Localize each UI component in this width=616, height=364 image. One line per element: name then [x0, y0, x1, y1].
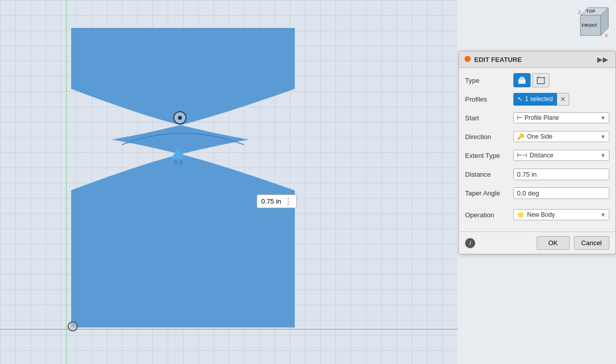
extent-type-label: Extent Type — [465, 152, 513, 159]
direction-row: Direction 🔑 One Side ▼ — [465, 129, 609, 144]
arrow-indicator: 0↑5 — [171, 147, 186, 166]
svg-marker-9 — [518, 77, 526, 80]
distance-label: Distance — [465, 171, 513, 178]
extent-type-dropdown-text: ⊢⊣ Distance — [517, 152, 553, 159]
taper-angle-input[interactable] — [513, 187, 609, 199]
direction-control: 🔑 One Side ▼ — [513, 131, 609, 142]
bottom-circle — [68, 321, 78, 332]
direction-dropdown-text: 🔑 One Side — [517, 133, 552, 140]
start-label: Start — [465, 114, 513, 122]
start-dropdown[interactable]: ⊢ Profile Plane ▼ — [513, 112, 609, 123]
start-value: Profile Plane — [525, 114, 559, 121]
extent-type-row: Extent Type ⊢⊣ Distance ▼ — [465, 148, 609, 162]
panel-title: EDIT FEATURE — [474, 56, 522, 63]
warning-dot — [464, 55, 471, 64]
svg-text:TOP: TOP — [586, 9, 595, 14]
edit-feature-panel: EDIT FEATURE ▶▶ Type — [458, 51, 616, 254]
dimension-label[interactable]: 0.75 in ⋮ — [257, 194, 297, 208]
panel-header-right: ▶▶ — [595, 55, 610, 64]
type-btn-solid[interactable] — [513, 73, 531, 87]
direction-value: One Side — [527, 133, 552, 140]
start-dropdown-arrow: ▼ — [600, 115, 606, 121]
svg-text:FRONT: FRONT — [582, 23, 598, 28]
operation-dropdown[interactable]: 🌟 New Body ▼ — [513, 209, 609, 220]
footer-buttons: OK Cancel — [537, 236, 609, 250]
operation-value: New Body — [527, 211, 555, 218]
operation-control: 🌟 New Body ▼ — [513, 209, 609, 220]
target-circle — [173, 111, 187, 124]
start-dropdown-text: ⊢ Profile Plane — [517, 114, 559, 121]
taper-angle-control — [513, 187, 609, 199]
canvas: 0↑5 0.75 in ⋮ — [0, 0, 457, 364]
extent-icon: ⊢⊣ — [517, 152, 527, 159]
ok-button[interactable]: OK — [537, 236, 570, 250]
operation-dropdown-text: 🌟 New Body — [517, 211, 555, 218]
type-row: Type — [465, 73, 609, 87]
panel-forward-btn[interactable]: ▶▶ — [595, 55, 610, 64]
extent-type-control: ⊢⊣ Distance ▼ — [513, 150, 609, 161]
panel-header: EDIT FEATURE ▶▶ — [459, 51, 615, 68]
operation-dropdown-arrow: ▼ — [600, 212, 606, 218]
profiles-clear-btn[interactable]: ✕ — [557, 93, 569, 106]
cancel-button[interactable]: Cancel — [574, 236, 609, 250]
shape-svg — [66, 28, 305, 333]
svg-rect-10 — [537, 78, 544, 84]
nav-cube-svg: TOP FRONT Z X — [570, 3, 611, 43]
profiles-label: Profiles — [465, 95, 513, 103]
profiles-control: ↖ 1 selected ✕ — [513, 93, 609, 106]
operation-row: Operation 🌟 New Body ▼ — [465, 208, 609, 222]
target-inner — [178, 116, 182, 120]
distance-input[interactable] — [513, 169, 609, 180]
profiles-selected-btn[interactable]: ↖ 1 selected — [513, 93, 557, 106]
extent-type-value: Distance — [530, 152, 553, 159]
nav-cube[interactable]: TOP FRONT Z X — [570, 3, 611, 43]
taper-angle-label: Taper Angle — [465, 189, 513, 197]
start-control: ⊢ Profile Plane ▼ — [513, 112, 609, 123]
info-icon[interactable]: i — [465, 238, 475, 248]
direction-label: Direction — [465, 133, 513, 141]
arrow-label: 0↑5 — [174, 159, 183, 166]
svg-line-12 — [544, 76, 545, 78]
dimension-dots-icon[interactable]: ⋮ — [284, 196, 292, 206]
direction-dropdown-arrow: ▼ — [600, 134, 606, 140]
profiles-selected-text: 1 selected — [525, 95, 553, 103]
panel-body: Type Pro — [459, 68, 615, 231]
extent-type-dropdown[interactable]: ⊢⊣ Distance ▼ — [513, 150, 609, 161]
extent-type-dropdown-arrow: ▼ — [600, 152, 606, 158]
profile-plane-icon: ⊢ — [517, 114, 522, 121]
svg-text:X: X — [605, 33, 608, 38]
cursor-icon: ↖ — [517, 95, 522, 103]
type-label: Type — [465, 77, 513, 84]
svg-text:Z: Z — [578, 10, 581, 15]
direction-icon: 🔑 — [517, 133, 525, 140]
dimension-value: 0.75 in — [261, 197, 281, 205]
panel-header-left: EDIT FEATURE — [464, 55, 522, 64]
panel-footer: i OK Cancel — [459, 231, 615, 254]
arrow-up-shape — [171, 147, 186, 158]
operation-icon: 🌟 — [517, 211, 525, 218]
svg-rect-8 — [518, 80, 526, 84]
distance-control — [513, 169, 609, 180]
type-buttons — [513, 73, 609, 87]
distance-row: Distance — [465, 167, 609, 181]
operation-label: Operation — [465, 211, 513, 219]
type-btn-surface[interactable] — [532, 73, 549, 87]
direction-dropdown[interactable]: 🔑 One Side ▼ — [513, 131, 609, 142]
start-row: Start ⊢ Profile Plane ▼ — [465, 111, 609, 125]
svg-point-7 — [465, 56, 471, 62]
taper-angle-row: Taper Angle — [465, 186, 609, 200]
profiles-row: Profiles ↖ 1 selected ✕ — [465, 92, 609, 106]
